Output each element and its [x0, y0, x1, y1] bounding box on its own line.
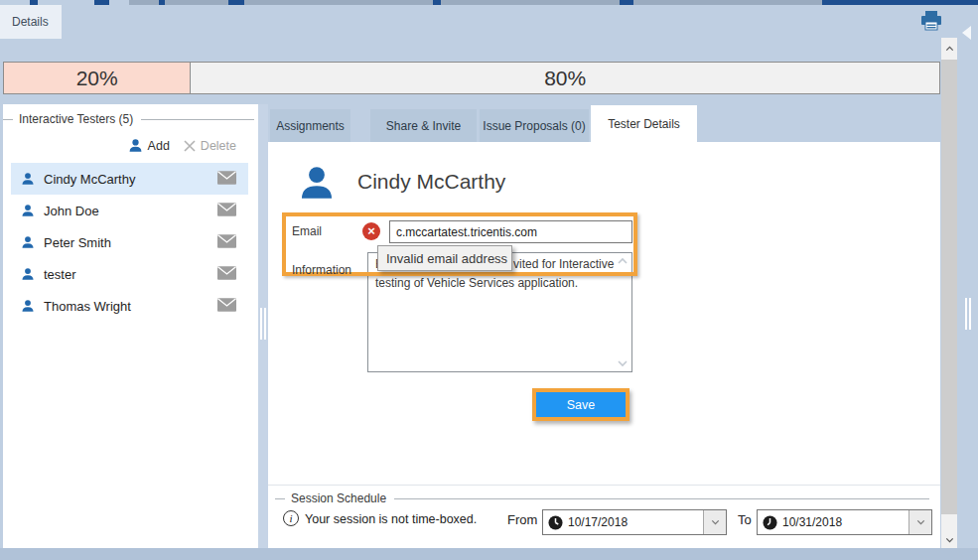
- tab-details-label: Details: [12, 15, 49, 29]
- from-date-picker[interactable]: 10/17/2018: [542, 509, 727, 535]
- testers-panel: Interactive Testers (5) Add Delete Cindy…: [3, 104, 258, 548]
- mail-icon[interactable]: [217, 266, 236, 283]
- error-icon: ×: [362, 222, 380, 240]
- vertical-scrollbar[interactable]: [941, 38, 957, 551]
- to-date-dropdown-button[interactable]: [908, 510, 931, 534]
- chevron-down-icon: [915, 518, 926, 526]
- information-text-fragment: vited for Interactive: [513, 257, 614, 271]
- to-label: To: [738, 512, 752, 527]
- tester-list-item[interactable]: Thomas Wright: [11, 290, 248, 322]
- user-icon: [21, 172, 35, 186]
- user-icon: [21, 267, 35, 281]
- mail-icon[interactable]: [217, 234, 236, 251]
- testers-group-header: Interactive Testers (5): [3, 112, 258, 126]
- validation-tooltip: Invalid email address: [377, 245, 512, 271]
- tester-list-item[interactable]: Cindy McCarthy: [11, 163, 248, 195]
- print-icon[interactable]: [919, 10, 943, 32]
- window-bottom-edge: [0, 548, 978, 560]
- section-divider: [268, 485, 940, 486]
- progress-complete-label: 20%: [76, 67, 118, 90]
- information-text-fragment: testing of Vehicle Services application.: [375, 276, 578, 290]
- tab-tester-details[interactable]: Tester Details: [591, 105, 697, 142]
- clock-icon: [763, 515, 777, 530]
- email-label: Email: [292, 224, 322, 238]
- scroll-up-button[interactable]: [941, 38, 957, 60]
- mail-icon[interactable]: [217, 171, 236, 188]
- progress-segment-complete: 20%: [4, 63, 191, 93]
- delete-button-label: Delete: [201, 139, 236, 153]
- progress-remaining-label: 80%: [544, 67, 586, 90]
- from-date-dropdown-button[interactable]: [703, 510, 726, 534]
- add-tester-button[interactable]: Add: [128, 138, 170, 153]
- tab-assignments[interactable]: Assignments: [270, 109, 350, 142]
- tester-details-panel: Cindy McCarthy Email × Information E vit…: [268, 142, 940, 548]
- session-info-text: Your session is not time-boxed.: [305, 512, 477, 526]
- scroll-up-icon[interactable]: [617, 256, 629, 266]
- information-label: Information: [292, 263, 351, 277]
- tester-list-item[interactable]: John Doe: [11, 195, 248, 226]
- tab-issue-proposals[interactable]: Issue Proposals (0): [480, 109, 589, 142]
- from-label: From: [507, 512, 537, 527]
- vertical-splitter-right[interactable]: [965, 298, 971, 330]
- save-highlight-box: Save: [532, 388, 629, 421]
- email-input[interactable]: [389, 220, 632, 243]
- chevron-up-icon: [944, 45, 955, 53]
- from-date-value: 10/17/2018: [568, 515, 703, 529]
- tester-list-item[interactable]: Peter Smith: [11, 226, 248, 258]
- to-date-value: 10/31/2018: [782, 515, 908, 529]
- tab-share-invite[interactable]: Share & Invite: [370, 109, 477, 142]
- testers-group-title: Interactive Testers (5): [19, 112, 133, 126]
- session-schedule-title: Session Schedule: [291, 491, 386, 505]
- scrollbar-thumb[interactable]: [941, 514, 957, 529]
- tester-avatar-icon: [298, 164, 336, 206]
- add-button-label: Add: [148, 139, 170, 153]
- add-user-icon: [128, 138, 143, 153]
- tab-details[interactable]: Details: [0, 5, 62, 39]
- progress-segment-remaining: 80%: [191, 63, 939, 93]
- delete-tester-button[interactable]: Delete: [184, 139, 236, 153]
- chevron-down-icon: [710, 518, 721, 526]
- mail-icon[interactable]: [217, 298, 236, 315]
- mail-icon[interactable]: [217, 203, 236, 219]
- delete-icon: [184, 140, 196, 152]
- tester-name-heading: Cindy McCarthy: [357, 170, 505, 194]
- user-icon: [21, 299, 35, 313]
- right-edge-strip: [957, 38, 978, 548]
- window-top-edge: [0, 0, 978, 5]
- chevron-down-icon: [944, 536, 955, 544]
- scroll-down-icon[interactable]: [617, 358, 629, 368]
- user-icon: [21, 204, 35, 217]
- save-button[interactable]: Save: [536, 392, 626, 417]
- info-icon: i: [283, 510, 299, 526]
- vertical-splitter[interactable]: [258, 104, 268, 548]
- clock-icon: [548, 515, 563, 530]
- tester-list-item[interactable]: tester: [11, 258, 248, 290]
- user-icon: [21, 235, 35, 249]
- session-schedule-header: Session Schedule: [275, 491, 933, 505]
- progress-bar: 20% 80%: [3, 62, 940, 94]
- to-date-picker[interactable]: 10/31/2018: [757, 509, 932, 535]
